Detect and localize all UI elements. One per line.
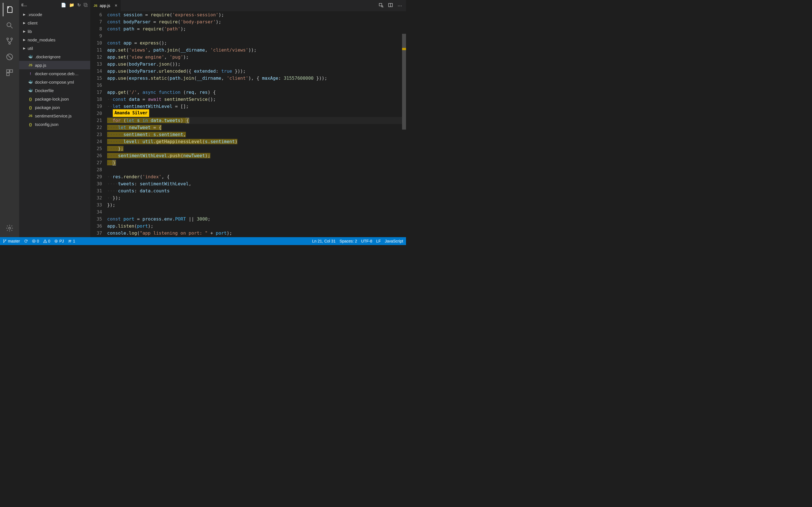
cursor-position[interactable]: Ln 21, Col 31 bbox=[312, 239, 336, 243]
svg-rect-7 bbox=[7, 70, 9, 72]
file-package-lock.json[interactable]: {}package-lock.json bbox=[19, 95, 90, 103]
explorer-sidebar: E… 📄 📁 ↻ ⿻ ▶.vscode▶client▶lib▶node_modu… bbox=[19, 0, 90, 237]
status-bar: master 0 0 PJ 1 Ln 21, Col 31 Spaces: 2 … bbox=[0, 237, 406, 245]
eol-setting[interactable]: LF bbox=[376, 239, 380, 243]
debug-icon[interactable] bbox=[3, 50, 16, 64]
file-docker-compose.yml[interactable]: 🐳docker-compose.yml bbox=[19, 78, 90, 86]
json-file-icon: {} bbox=[28, 97, 33, 101]
participants-count[interactable]: 1 bbox=[68, 239, 75, 243]
chevron-right-icon: ▶ bbox=[23, 30, 27, 33]
extensions-icon[interactable] bbox=[3, 66, 16, 79]
refresh-icon[interactable]: ↻ bbox=[77, 3, 81, 8]
close-icon[interactable]: × bbox=[115, 3, 117, 8]
code-content[interactable]: const session = require('express-session… bbox=[107, 11, 406, 237]
tab-label: app.js bbox=[100, 3, 110, 8]
svg-point-4 bbox=[9, 43, 10, 44]
editor-area: JS app.js × ⋯ 67891011121314151617181920… bbox=[90, 0, 406, 237]
find-in-file-icon[interactable] bbox=[378, 3, 384, 9]
file-sentimentService.js[interactable]: JSsentimentService.js bbox=[19, 112, 90, 120]
liveshare-status[interactable]: PJ bbox=[54, 239, 64, 243]
scrollbar[interactable] bbox=[402, 11, 406, 237]
split-editor-icon[interactable] bbox=[388, 3, 393, 9]
tab-bar: JS app.js × ⋯ bbox=[90, 0, 406, 11]
git-branch[interactable]: master bbox=[3, 239, 20, 243]
folder-lib[interactable]: ▶lib bbox=[19, 27, 90, 36]
folder-util[interactable]: ▶util bbox=[19, 44, 90, 52]
collapse-all-icon[interactable]: ⿻ bbox=[84, 3, 88, 8]
scroll-marker bbox=[402, 48, 406, 50]
json-file-icon: {} bbox=[28, 122, 33, 126]
chevron-right-icon: ▶ bbox=[23, 47, 27, 50]
svg-point-27 bbox=[70, 240, 71, 241]
sync-icon[interactable] bbox=[24, 239, 28, 243]
more-actions-icon[interactable]: ⋯ bbox=[398, 3, 402, 8]
file-tsconfig.json[interactable]: {}tsconfig.json bbox=[19, 120, 90, 128]
js-file-icon: JS bbox=[94, 4, 97, 7]
settings-gear-icon[interactable] bbox=[3, 221, 16, 235]
svg-point-24 bbox=[56, 240, 57, 242]
svg-rect-8 bbox=[10, 70, 12, 72]
file-app.js[interactable]: JSapp.js bbox=[19, 61, 90, 69]
tab-app-js[interactable]: JS app.js × bbox=[90, 0, 121, 11]
encoding-setting[interactable]: UTF-8 bbox=[361, 239, 372, 243]
json-file-icon: {} bbox=[28, 105, 33, 110]
docker-icon: 🐳 bbox=[28, 89, 33, 93]
source-control-icon[interactable] bbox=[3, 34, 16, 48]
file-.dockerignore[interactable]: 🐳.dockerignore bbox=[19, 52, 90, 61]
file-package.json[interactable]: {}package.json bbox=[19, 103, 90, 112]
svg-line-1 bbox=[11, 26, 13, 29]
folder-client[interactable]: ▶client bbox=[19, 18, 90, 27]
svg-line-13 bbox=[383, 7, 383, 7]
chevron-right-icon: ▶ bbox=[23, 21, 27, 25]
docker-icon: 🐳 bbox=[28, 80, 33, 84]
language-mode[interactable]: JavaScript bbox=[385, 239, 403, 243]
warnings-count[interactable]: 0 bbox=[43, 239, 50, 243]
svg-point-2 bbox=[7, 38, 8, 40]
svg-point-16 bbox=[3, 240, 4, 240]
js-file-icon: JS bbox=[28, 63, 33, 67]
svg-point-18 bbox=[3, 242, 4, 242]
sidebar-header: E… 📄 📁 ↻ ⿻ bbox=[19, 0, 90, 10]
new-file-icon[interactable]: 📄 bbox=[61, 3, 66, 8]
svg-point-17 bbox=[5, 240, 6, 240]
svg-point-26 bbox=[69, 240, 70, 241]
yaml-file-icon: ! bbox=[28, 71, 33, 76]
errors-count[interactable]: 0 bbox=[32, 239, 39, 243]
js-file-icon: JS bbox=[28, 114, 33, 117]
activity-bar bbox=[0, 0, 19, 237]
new-folder-icon[interactable]: 📁 bbox=[69, 3, 74, 8]
docker-icon: 🐳 bbox=[28, 55, 33, 59]
search-icon[interactable] bbox=[3, 18, 16, 32]
sidebar-title: E… bbox=[21, 3, 61, 7]
svg-point-0 bbox=[7, 23, 11, 27]
folder-node_modules[interactable]: ▶node_modules bbox=[19, 36, 90, 44]
line-gutter: 6789101112131415161718192021222324252627… bbox=[90, 11, 107, 237]
file-tree: ▶.vscode▶client▶lib▶node_modules▶util🐳.d… bbox=[19, 10, 90, 237]
svg-point-25 bbox=[55, 240, 57, 242]
svg-rect-11 bbox=[379, 3, 382, 6]
blame-annotation: Amanda Silver bbox=[113, 109, 149, 117]
editor-body[interactable]: 6789101112131415161718192021222324252627… bbox=[90, 11, 406, 237]
file-Dockerfile[interactable]: 🐳Dockerfile bbox=[19, 86, 90, 95]
folder-.vscode[interactable]: ▶.vscode bbox=[19, 10, 90, 18]
chevron-right-icon: ▶ bbox=[23, 38, 27, 42]
svg-point-10 bbox=[9, 227, 11, 229]
chevron-right-icon: ▶ bbox=[23, 13, 27, 16]
svg-point-3 bbox=[11, 38, 12, 40]
indent-setting[interactable]: Spaces: 2 bbox=[340, 239, 357, 243]
file-docker-compose.deb…[interactable]: !docker-compose.deb… bbox=[19, 69, 90, 78]
svg-rect-9 bbox=[7, 73, 9, 75]
explorer-icon[interactable] bbox=[3, 3, 16, 16]
